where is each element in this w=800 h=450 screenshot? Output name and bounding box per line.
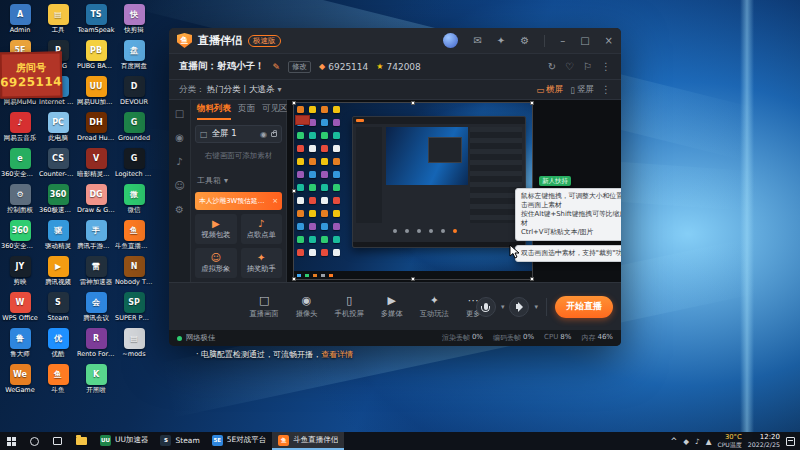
desktop-icon[interactable]: 优 优酷: [40, 328, 76, 360]
desktop-icon[interactable]: ⚙ 控制面板: [2, 184, 38, 216]
toolbar-item[interactable]: ◉ 摄像头: [296, 295, 318, 319]
resize-handle[interactable]: [292, 101, 296, 105]
resize-handle[interactable]: [530, 277, 534, 281]
taskbar-app-button[interactable]: 5E 5E对战平台: [206, 432, 273, 450]
mic-dropdown-icon[interactable]: ▾: [501, 303, 505, 311]
tray-network-icon[interactable]: ▲: [706, 437, 712, 446]
desktop-icon[interactable]: N Nobody The Turnaround: [116, 256, 152, 288]
screen-capture-source[interactable]: [294, 103, 532, 279]
desktop-icon[interactable]: ♪ 网易云音乐: [2, 112, 38, 144]
rail-icon[interactable]: ♪: [176, 156, 182, 167]
notification-center-icon[interactable]: [786, 437, 795, 446]
promo-banner[interactable]: 本人沙雕3W预估延迟上线啦 ×: [195, 192, 282, 210]
resize-handle[interactable]: [530, 101, 534, 105]
desktop-icon[interactable]: ▶ 腾讯视频: [40, 256, 76, 288]
visibility-icon[interactable]: ◉: [260, 130, 267, 139]
resize-handle[interactable]: [411, 101, 415, 105]
speaker-dropdown-icon[interactable]: ▾: [534, 303, 538, 311]
desktop-icon[interactable]: 手 腾讯手游助手: [78, 220, 114, 252]
message-icon[interactable]: ✉: [473, 35, 481, 46]
more-icon[interactable]: ⋮: [601, 61, 611, 72]
toolbar-item[interactable]: ✦ 互动玩法: [420, 295, 449, 319]
edit-title-icon[interactable]: ✎: [273, 62, 281, 72]
clock[interactable]: 12:20 2022/2/25: [748, 434, 780, 448]
desktop-icon[interactable]: SP SUPER PEOPLE CBT: [116, 292, 152, 324]
desktop-icon[interactable]: UU 网易UU加速器: [78, 76, 114, 108]
chevron-down-icon[interactable]: ▾: [278, 85, 282, 94]
desktop-icon[interactable]: CS Counter-Strike: GO: [40, 148, 76, 180]
taskbar-app-button[interactable]: S Steam: [154, 432, 205, 450]
desktop-icon[interactable]: W WPS Office: [2, 292, 38, 324]
sidebar-tab[interactable]: 物料列表: [197, 103, 231, 120]
desktop-icon[interactable]: 鱼 斗鱼直播伴侣: [116, 220, 152, 252]
search-button[interactable]: [23, 432, 46, 450]
desktop-icon[interactable]: 盘 百度网盘: [116, 40, 152, 72]
gift-icon[interactable]: ✦: [497, 35, 505, 46]
toolbar-item[interactable]: ▯ 手机投屏: [335, 295, 364, 319]
start-button[interactable]: [0, 432, 23, 450]
scene-item[interactable]: □ 全屏 1 ◉: [195, 125, 282, 143]
task-view-button[interactable]: [46, 432, 69, 450]
feature-card[interactable]: ☺ 虚拟形象: [195, 248, 237, 278]
desktop-icon[interactable]: V 暗影精灵控制中心: [78, 148, 114, 180]
desktop-icon[interactable]: ▤ 工具: [40, 4, 76, 36]
desktop-icon[interactable]: 驱 驱动精灵: [40, 220, 76, 252]
desktop-icon[interactable]: 360 360安全卫士: [2, 220, 38, 252]
microphone-button[interactable]: [476, 297, 496, 317]
desktop-icon[interactable]: G Logitech G HUB: [116, 148, 152, 180]
maximize-button[interactable]: □: [580, 35, 589, 46]
desktop-icon[interactable]: 微 微信: [116, 184, 152, 216]
desktop-icon[interactable]: ▤ ~mods: [116, 328, 152, 360]
resize-handle[interactable]: [292, 277, 296, 281]
promo-close-icon[interactable]: ×: [272, 197, 278, 205]
desktop-icon[interactable]: PB PUBG BATTLEGROUNDS: [78, 40, 114, 72]
resize-handle[interactable]: [411, 277, 415, 281]
desktop-icon[interactable]: We WeGame: [2, 364, 38, 396]
desktop-icon[interactable]: G Grounded: [116, 112, 152, 144]
rail-icon[interactable]: □: [175, 108, 184, 119]
feature-card[interactable]: ▶ 视频包装: [195, 214, 237, 244]
rail-icon[interactable]: ⚙: [175, 204, 184, 215]
taskbar-app-button[interactable]: UU UU加速器: [94, 432, 154, 450]
start-stream-button[interactable]: 开始直播: [555, 296, 613, 318]
desktop-icon[interactable]: A Admin: [2, 4, 38, 36]
desktop-icon[interactable]: 会 腾讯会议: [78, 292, 114, 324]
category-value[interactable]: 热门分类丨大逃杀: [207, 84, 275, 96]
desktop-icon[interactable]: 360 360极速浏览器: [40, 184, 76, 216]
desktop-icon[interactable]: JY 剪映: [2, 256, 38, 288]
lock-icon[interactable]: [271, 132, 277, 137]
desktop-icon[interactable]: 鱼 斗鱼: [40, 364, 76, 396]
more-options-icon[interactable]: ⋮: [601, 84, 611, 95]
heart-icon[interactable]: ♡: [565, 61, 574, 72]
toast-link[interactable]: 查看详情: [321, 350, 353, 359]
desktop-icon[interactable]: S Steam: [40, 292, 76, 324]
feature-card[interactable]: ✦ 抽奖助手: [241, 248, 283, 278]
close-button[interactable]: ×: [605, 35, 613, 46]
settings-icon[interactable]: ⚙: [520, 35, 529, 46]
rail-icon[interactable]: ☺: [174, 180, 184, 191]
minimize-button[interactable]: –: [560, 35, 565, 46]
resize-handle[interactable]: [292, 189, 296, 193]
landscape-toggle[interactable]: ▭ 横屏: [536, 84, 563, 96]
toolbox-section[interactable]: 工具箱 ▾: [191, 175, 286, 186]
user-avatar[interactable]: [443, 33, 458, 48]
desktop-icon[interactable]: DH Dread Hunger: [78, 112, 114, 144]
flag-icon[interactable]: ⚐: [583, 61, 592, 72]
desktop-icon[interactable]: PC 此电脑: [40, 112, 76, 144]
desktop-icon[interactable]: 雷 雷神加速器: [78, 256, 114, 288]
toolbar-item[interactable]: □ 直播画面: [250, 295, 279, 319]
portrait-toggle[interactable]: ▯ 竖屏: [570, 84, 594, 96]
refresh-icon[interactable]: ↻: [548, 61, 556, 72]
speaker-button[interactable]: [509, 297, 529, 317]
rail-icon[interactable]: ◉: [175, 132, 184, 143]
preview-canvas[interactable]: 新人扶持 鼠标左键拖拽，可调整大小和位置，双击画面上素材按住Alt键+Shift…: [287, 100, 621, 282]
feature-card[interactable]: ♪ 点歌点单: [241, 214, 283, 244]
desktop-icon[interactable]: 快 快剪辑: [116, 4, 152, 36]
tray-expand-icon[interactable]: ^: [670, 437, 677, 446]
desktop-icon[interactable]: DG Draw & Guess: [78, 184, 114, 216]
taskbar-app-button[interactable]: 鱼 斗鱼直播伴侣: [272, 432, 344, 450]
sidebar-tab[interactable]: 页面: [238, 103, 255, 120]
desktop-icon[interactable]: K 开黑啦: [78, 364, 114, 396]
tray-volume-icon[interactable]: ♪: [695, 437, 700, 446]
sidebar-tab[interactable]: 可见区: [262, 103, 288, 120]
